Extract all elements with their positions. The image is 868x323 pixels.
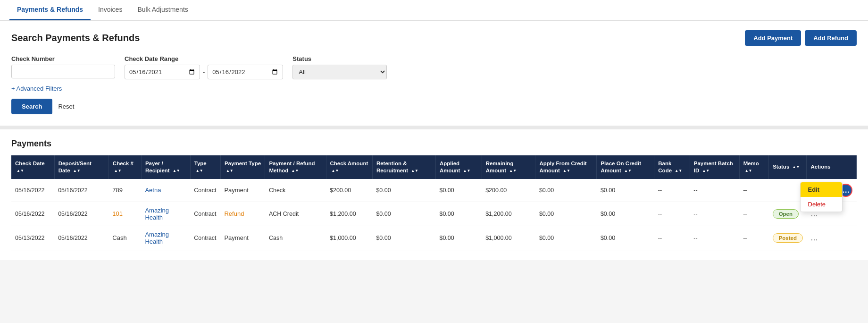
date-to-input[interactable] (208, 65, 283, 79)
cell-applied-amount: $0.00 (435, 202, 482, 226)
cell-check-date: 05/13/2022 (11, 226, 54, 250)
date-from-input[interactable] (125, 65, 200, 79)
sort-icon: ▲▼ (196, 169, 203, 173)
advanced-filters-toggle[interactable]: + Advanced Filters (11, 85, 857, 92)
cell-retention-recruitment: $0.00 (372, 179, 435, 202)
col-payment-refund-method[interactable]: Payment / Refund Method ▲▼ (265, 155, 326, 179)
col-status[interactable]: Status ▲▼ (769, 155, 807, 179)
col-check-date[interactable]: Check Date ▲▼ (11, 155, 54, 179)
cell-payer-recipient: Amazing Health (141, 202, 190, 226)
cell-check-amount: $1,000.00 (326, 226, 372, 250)
status-badge: Open (773, 209, 799, 219)
cell-payment-refund-method: ACH Credit (265, 202, 326, 226)
cell-place-on-credit: $0.00 (597, 202, 654, 226)
reset-button[interactable]: Reset (58, 103, 74, 110)
cell-payer-recipient: Aetna (141, 179, 190, 202)
form-row-1: Check Number Check Date Range - Status A… (11, 55, 857, 79)
cell-remaining-amount: $1,000.00 (482, 226, 535, 250)
payment-type-value: Payment (224, 234, 248, 241)
payer-link[interactable]: Amazing Health (145, 231, 169, 245)
sort-icon: ▲▼ (332, 169, 339, 173)
cell-remaining-amount: $200.00 (482, 179, 535, 202)
cell-check-date: 05/16/2022 (11, 202, 54, 226)
col-apply-from-credit[interactable]: Apply From Credit Amount ▲▼ (535, 155, 597, 179)
search-button[interactable]: Search (11, 99, 52, 114)
col-check-num[interactable]: Check # ▲▼ (108, 155, 141, 179)
col-applied-amount[interactable]: Applied Amount ▲▼ (435, 155, 482, 179)
action-row: Search Reset (11, 99, 857, 114)
col-check-amount[interactable]: Check Amount ▲▼ (326, 155, 372, 179)
cell-check-amount: $1,200.00 (326, 202, 372, 226)
sort-icon: ▲▼ (792, 165, 800, 170)
date-separator: - (203, 68, 205, 79)
payment-type-value: Payment (224, 187, 248, 194)
status-group: Status All Open Posted Closed (292, 55, 387, 79)
col-bank-code[interactable]: Bank Code ▲▼ (654, 155, 690, 179)
status-select[interactable]: All Open Posted Closed (292, 65, 387, 79)
check-num-value: Cash (112, 234, 126, 241)
cell-payment-refund-method: Cash (265, 226, 326, 250)
payer-link[interactable]: Amazing Health (145, 207, 169, 221)
cell-apply-from-credit: $0.00 (535, 202, 597, 226)
add-payment-button[interactable]: Add Payment (745, 30, 801, 46)
actions-dots[interactable]: … (810, 234, 818, 242)
col-type[interactable]: Type ▲▼ (190, 155, 220, 179)
cell-payer-recipient: Amazing Health (141, 226, 190, 250)
check-num-link[interactable]: 101 (112, 210, 123, 217)
sort-icon: ▲▼ (463, 169, 471, 173)
context-menu-edit[interactable]: Edit (801, 182, 842, 197)
cell-check-num: 101 (108, 202, 141, 226)
payment-type-link[interactable]: Refund (224, 210, 244, 217)
col-retention-recruitment[interactable]: Retention & Recruitment ▲▼ (372, 155, 435, 179)
tab-bulk-adjustments[interactable]: Bulk Adjustments (130, 0, 195, 20)
payments-title: Payments (11, 139, 857, 149)
table-wrapper: Check Date ▲▼ Deposit/Sent Date ▲▼ Check… (11, 155, 857, 250)
cell-type: Contract (190, 202, 220, 226)
cell-payment-type: Payment (220, 179, 265, 202)
sort-icon: ▲▼ (702, 169, 709, 173)
cell-type: Contract (190, 179, 220, 202)
search-header: Search Payments & Refunds Add Payment Ad… (11, 30, 857, 46)
col-payer-recipient[interactable]: Payer / Recipient ▲▼ (141, 155, 190, 179)
cell-bank-code: -- (654, 179, 690, 202)
tab-bar: Payments & Refunds Invoices Bulk Adjustm… (0, 0, 868, 21)
check-date-range-label: Check Date Range (125, 55, 283, 62)
cell-retention-recruitment: $0.00 (372, 226, 435, 250)
cell-check-amount: $200.00 (326, 179, 372, 202)
status-label: Status (292, 55, 387, 62)
search-section: Search Payments & Refunds Add Payment Ad… (0, 21, 868, 129)
cell-payment-batch-id: -- (690, 202, 739, 226)
tab-invoices[interactable]: Invoices (91, 0, 130, 20)
add-refund-button[interactable]: Add Refund (805, 30, 857, 46)
date-range-inputs: - (125, 65, 283, 79)
col-place-on-credit[interactable]: Place On Credit Amount ▲▼ (597, 155, 654, 179)
table-row: 05/13/2022 05/16/2022 Cash Amazing Healt… (11, 226, 857, 250)
payer-link[interactable]: Aetna (145, 187, 161, 194)
check-number-input[interactable] (11, 65, 115, 78)
sort-icon: ▲▼ (675, 169, 682, 173)
context-menu-delete[interactable]: Delete (801, 197, 842, 212)
table-row: 05/16/2022 05/16/2022 101 Amazing Health… (11, 202, 857, 226)
cell-remaining-amount: $1,200.00 (482, 202, 535, 226)
status-badge: Posted (773, 233, 803, 243)
col-payment-type[interactable]: Payment Type ▲▼ (220, 155, 265, 179)
cell-place-on-credit: $0.00 (597, 179, 654, 202)
search-title: Search Payments & Refunds (11, 33, 140, 43)
sort-icon: ▲▼ (411, 169, 418, 173)
cell-place-on-credit: $0.00 (597, 226, 654, 250)
sort-icon: ▲▼ (73, 169, 81, 173)
tab-payments-refunds[interactable]: Payments & Refunds (9, 0, 91, 20)
col-payment-batch-id[interactable]: Payment Batch ID ▲▼ (690, 155, 739, 179)
sort-icon: ▲▼ (173, 169, 180, 173)
col-memo[interactable]: Memo ▲▼ (739, 155, 768, 179)
sort-icon: ▲▼ (624, 169, 632, 173)
context-menu: Edit Delete (800, 182, 843, 212)
col-deposit-sent-date[interactable]: Deposit/Sent Date ▲▼ (54, 155, 108, 179)
cell-memo: -- (739, 179, 768, 202)
sort-icon: ▲▼ (563, 169, 570, 173)
cell-check-num: 789 (108, 179, 141, 202)
col-remaining-amount[interactable]: Remaining Amount ▲▼ (482, 155, 535, 179)
cell-payment-batch-id: -- (690, 179, 739, 202)
sort-icon: ▲▼ (226, 169, 234, 173)
cell-apply-from-credit: $0.00 (535, 179, 597, 202)
